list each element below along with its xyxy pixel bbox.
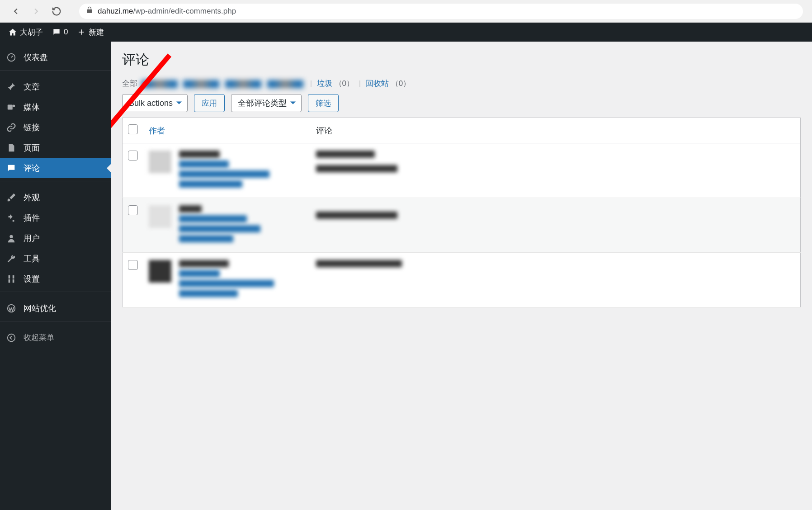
sidebar-item-label: 页面 [24,142,40,153]
sidebar-item-label: 外观 [24,192,40,203]
avatar [149,151,171,173]
collapse-icon [6,333,19,343]
table-row [123,143,801,198]
author-meta [179,260,274,300]
url-domain: dahuzi.me [98,7,133,16]
comment-icon [52,28,61,37]
plus-icon [77,28,86,37]
link-icon [6,123,19,132]
status-filters: 全部 | 垃圾 （0） | 回收站 （0） [122,78,801,89]
wrench-icon [6,254,19,264]
sidebar-item-label: 设置 [24,274,40,284]
svg-rect-6 [13,275,14,278]
sidebar-item-label: 工具 [24,253,40,264]
sidebar-item-label: 评论 [24,163,40,174]
adminbar-new[interactable]: 新建 [72,23,109,42]
comments-table: 作者 评论 [122,118,801,307]
collapse-label: 收起菜单 [24,332,54,343]
svg-rect-4 [9,275,10,278]
settings-icon [6,274,19,284]
page-icon [6,143,19,153]
page-title: 评论 [122,51,801,69]
menu-separator [0,70,111,74]
adminbar-site-label: 大胡子 [20,27,43,38]
adminbar-comment-count: 0 [64,28,68,37]
filter-blurred [267,80,303,88]
tablenav: Bulk actions 应用 全部评论类型 筛选 [122,94,801,112]
wp-admin-bar: 大胡子 0 新建 [0,23,812,42]
filter-spam[interactable]: 垃圾 [317,79,332,88]
svg-point-9 [8,334,15,341]
sidebar-item-tools[interactable]: 工具 [0,248,111,269]
row-checkbox[interactable] [128,260,138,270]
url-path: /wp-admin/edit-comments.php [133,7,236,16]
sidebar-item-label: 插件 [24,212,40,223]
comment-icon [6,163,19,173]
filter-trash[interactable]: 回收站 [366,79,389,88]
sidebar-item-posts[interactable]: 文章 [0,76,111,97]
back-button[interactable] [9,5,23,18]
sidebar-item-label: 仪表盘 [24,52,48,63]
select-all-checkbox[interactable] [128,124,138,134]
menu-separator [0,181,111,184]
row-checkbox[interactable] [128,205,138,215]
filter-all[interactable]: 全部 [122,79,137,88]
plugin-icon [6,213,19,223]
brush-icon [6,193,19,203]
browser-toolbar: dahuzi.me/wp-admin/edit-comments.php [0,0,812,23]
sidebar-item-links[interactable]: 链接 [0,117,111,137]
adminbar-site[interactable]: 大胡子 [4,23,47,42]
menu-separator [0,321,111,325]
sidebar-item-comments[interactable]: 评论 [0,158,111,178]
admin-sidebar: 仪表盘 文章 媒体 链接 页面 评论 外观 插件 [0,42,111,510]
sidebar-item-label: 网站优化 [24,303,56,314]
svg-rect-1 [8,104,13,109]
author-meta [179,151,269,190]
row-checkbox[interactable] [128,151,138,161]
wordpress-icon [6,303,19,313]
menu-separator [0,292,111,295]
adminbar-new-label: 新建 [89,27,104,38]
sidebar-item-seo[interactable]: 网站优化 [0,298,111,318]
main-content: 评论 全部 | 垃圾 （0） | 回收站 （0） Bulk actions 应用… [111,42,812,510]
table-row [123,198,801,253]
svg-point-3 [9,235,13,238]
sidebar-item-dashboard[interactable]: 仪表盘 [0,47,111,67]
sidebar-item-appearance[interactable]: 外观 [0,187,111,208]
lock-icon [86,6,93,16]
forward-button[interactable] [29,5,43,18]
filter-button[interactable]: 筛选 [308,94,339,112]
collapse-menu[interactable]: 收起菜单 [0,327,111,348]
sidebar-item-plugins[interactable]: 插件 [0,208,111,228]
table-row [123,253,801,307]
sidebar-item-pages[interactable]: 页面 [0,137,111,158]
home-icon [8,28,17,37]
svg-rect-5 [9,279,10,282]
pin-icon [6,82,19,92]
user-icon [6,233,19,243]
filter-blurred [142,80,178,88]
address-bar[interactable]: dahuzi.me/wp-admin/edit-comments.php [79,4,803,19]
sidebar-item-label: 链接 [24,122,40,133]
col-comment: 评论 [311,118,801,143]
sidebar-item-settings[interactable]: 设置 [0,269,111,289]
reload-button[interactable] [50,5,63,18]
sidebar-item-label: 用户 [24,233,40,244]
comment-type-select[interactable]: 全部评论类型 [231,94,302,112]
col-author[interactable]: 作者 [143,118,311,143]
svg-point-2 [13,104,15,107]
avatar [149,260,171,283]
adminbar-comments[interactable]: 0 [47,23,72,42]
apply-button[interactable]: 应用 [194,94,225,112]
filter-blurred [225,80,261,88]
sidebar-item-media[interactable]: 媒体 [0,97,111,117]
svg-rect-7 [13,279,14,282]
media-icon [6,102,19,112]
filter-blurred [183,80,219,88]
avatar [149,205,171,228]
sidebar-item-label: 文章 [24,81,40,92]
author-meta [179,205,260,245]
sidebar-item-users[interactable]: 用户 [0,228,111,248]
sidebar-item-label: 媒体 [24,102,40,113]
bulk-actions-select[interactable]: Bulk actions [122,94,188,112]
